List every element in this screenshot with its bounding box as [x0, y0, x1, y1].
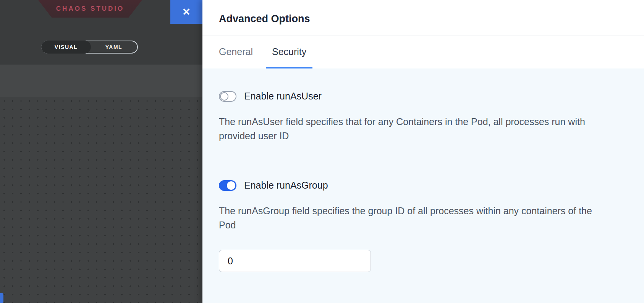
visual-view-label: VISUAL: [55, 44, 78, 50]
header-divider: [202, 36, 644, 36]
close-icon: ✕: [182, 6, 191, 18]
run-as-group-label: Enable runAsGroup: [244, 180, 328, 191]
chaos-studio-brand-badge: CHAOS STUDIO: [38, 0, 142, 18]
toggle-knob: [220, 92, 228, 101]
tab-security[interactable]: Security: [266, 46, 312, 68]
yaml-view-label: YAML: [105, 44, 122, 50]
chaos-studio-canvas: CHAOS STUDIO VISUAL YAML: [0, 0, 202, 303]
tab-security-label: Security: [272, 46, 306, 57]
advanced-options-drawer: Advanced Options General Security Enable…: [202, 0, 644, 303]
run-as-user-label: Enable runAsUser: [244, 91, 322, 102]
security-tab-content: Enable runAsUser The runAsUser field spe…: [202, 68, 644, 303]
canvas-bottom-action-peek: [0, 293, 3, 303]
run-as-group-section: Enable runAsGroup The runAsGroup field s…: [219, 180, 628, 272]
drawer-close-button[interactable]: ✕: [170, 0, 202, 24]
run-as-group-toggle[interactable]: [219, 180, 236, 191]
run-as-group-row: Enable runAsGroup: [219, 180, 628, 191]
drawer-title: Advanced Options: [202, 13, 644, 25]
experiment-canvas-grid[interactable]: [0, 97, 202, 303]
run-as-user-toggle[interactable]: [219, 91, 236, 102]
run-as-group-value-input[interactable]: [219, 250, 371, 272]
visual-yaml-toggle[interactable]: VISUAL YAML: [41, 41, 138, 54]
yaml-view-option[interactable]: YAML: [91, 41, 137, 53]
chaos-studio-brand-label: CHAOS STUDIO: [56, 5, 124, 13]
canvas-toolbar-band: [0, 65, 202, 97]
drawer-header: Advanced Options General Security: [202, 0, 644, 68]
run-as-group-description: The runAsGroup field specifies the group…: [219, 204, 605, 232]
tab-general-label: General: [219, 46, 253, 57]
run-as-user-row: Enable runAsUser: [219, 91, 628, 102]
toggle-knob: [227, 181, 235, 190]
run-as-user-description: The runAsUser field specifies that for a…: [219, 115, 605, 143]
tab-general[interactable]: General: [213, 46, 259, 68]
visual-view-option[interactable]: VISUAL: [41, 41, 91, 54]
screen: CHAOS STUDIO VISUAL YAML ✕ Advanced Opti…: [0, 0, 644, 303]
drawer-tabs: General Security: [202, 46, 644, 68]
